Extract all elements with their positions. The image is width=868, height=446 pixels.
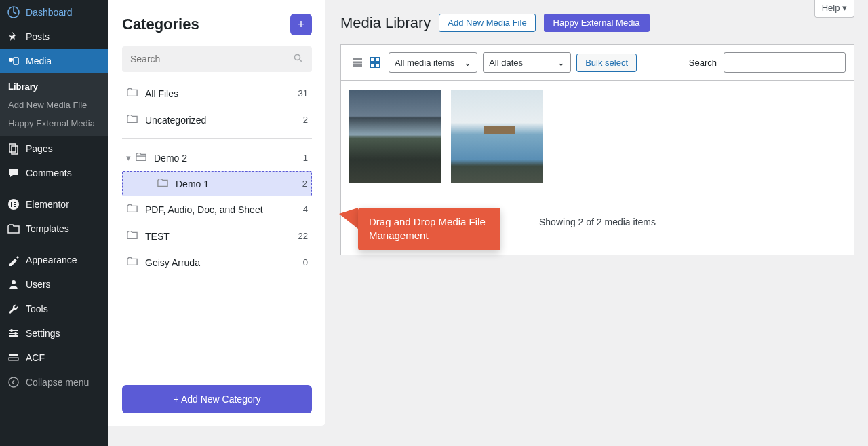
main-header: Media Library Add New Media File Happy E…: [340, 14, 854, 32]
list-view-button[interactable]: [349, 54, 366, 71]
svg-point-14: [10, 329, 13, 332]
svg-rect-4: [12, 146, 18, 154]
menu-label: Appearance: [26, 255, 77, 265]
menu-users[interactable]: Users: [0, 272, 108, 297]
menu-elementor[interactable]: Elementor: [0, 192, 108, 217]
folder-icon: [126, 229, 138, 242]
users-icon: [7, 278, 20, 291]
collapse-icon: [7, 375, 20, 389]
folder-icon: [126, 256, 138, 269]
acf-icon: [7, 351, 20, 365]
svg-rect-25: [376, 58, 380, 62]
category-count: 1: [303, 153, 308, 163]
menu-dashboard[interactable]: Dashboard: [0, 0, 108, 24]
svg-rect-8: [14, 204, 16, 205]
category-label: Demo 1: [176, 179, 296, 189]
date-filter[interactable]: All dates ⌄: [483, 52, 571, 73]
menu-label: Media: [26, 56, 52, 67]
svg-rect-9: [14, 206, 16, 207]
svg-point-20: [294, 54, 300, 60]
filter-label: All media items: [395, 58, 454, 68]
svg-point-1: [9, 58, 13, 62]
category-count: 31: [298, 88, 308, 98]
menu-tools[interactable]: Tools: [0, 297, 108, 321]
folder-open-icon: [135, 151, 147, 164]
menu-collapse[interactable]: Collapse menu: [0, 370, 108, 394]
svg-rect-6: [11, 202, 12, 207]
pin-icon: [7, 30, 20, 43]
category-label: PDF, Audio, Doc, and Sheet: [145, 204, 296, 215]
category-count: 4: [303, 204, 308, 215]
menu-templates[interactable]: Templates: [0, 217, 108, 241]
category-count: 22: [298, 231, 308, 241]
callout-arrow-icon: [339, 208, 358, 229]
menu-acf[interactable]: ACF: [0, 346, 108, 370]
svg-rect-17: [9, 354, 18, 356]
callout-annotation: Drag and Drop Media File Management: [339, 208, 500, 250]
help-button[interactable]: Help ▾: [814, 0, 854, 18]
add-category-icon-button[interactable]: +: [290, 14, 312, 35]
filter-label: All dates: [489, 58, 523, 68]
svg-rect-24: [370, 58, 374, 62]
category-uncategorized[interactable]: Uncategorized 2: [122, 107, 312, 133]
divider: [122, 138, 312, 139]
bulk-select-button[interactable]: Bulk select: [576, 54, 637, 72]
view-toggle: [349, 54, 383, 71]
categories-search-input[interactable]: [130, 54, 293, 64]
category-geisy[interactable]: Geisy Arruda 0: [122, 249, 312, 276]
category-pdf[interactable]: PDF, Audio, Doc, and Sheet 4: [122, 196, 312, 223]
callout-text: Drag and Drop Media File Management: [358, 208, 500, 250]
category-demo2[interactable]: ▾ Demo 2 1: [122, 145, 312, 171]
categories-panel: Categories + All Files 31 Uncategorized …: [108, 0, 326, 426]
admin-sidebar: Dashboard Posts Media Library Add New Me…: [0, 0, 108, 446]
svg-rect-3: [9, 144, 16, 152]
svg-rect-21: [353, 58, 362, 60]
media-search-input[interactable]: [724, 52, 846, 73]
media-submenu: Library Add New Media File Happy Externa…: [0, 73, 108, 136]
category-label: All Files: [145, 88, 292, 99]
folder-icon: [126, 113, 138, 126]
menu-appearance[interactable]: Appearance: [0, 248, 108, 272]
media-toolbar: All media items ⌄ All dates ⌄ Bulk selec…: [340, 44, 854, 80]
chevron-down-icon[interactable]: ▾: [126, 153, 131, 163]
category-demo1-dragging[interactable]: Demo 1 2: [122, 171, 312, 196]
menu-label: Users: [26, 279, 51, 290]
elementor-icon: [7, 198, 20, 211]
happy-external-media-button[interactable]: Happy External Media: [544, 14, 650, 32]
templates-icon: [7, 222, 20, 236]
settings-icon: [7, 327, 20, 340]
media-thumbnail[interactable]: [349, 90, 441, 183]
category-label: Uncategorized: [145, 115, 296, 126]
svg-rect-18: [9, 358, 18, 360]
submenu-add-new[interactable]: Add New Media File: [0, 96, 108, 114]
svg-point-19: [9, 377, 18, 387]
menu-label: Templates: [26, 223, 69, 234]
chevron-down-icon: ⌄: [464, 58, 471, 68]
menu-label: Pages: [26, 143, 53, 154]
svg-point-10: [12, 280, 16, 284]
menu-label: Posts: [26, 31, 50, 42]
grid-view-button[interactable]: [367, 54, 383, 71]
dashboard-icon: [7, 5, 20, 19]
menu-label: Elementor: [26, 199, 69, 210]
menu-posts[interactable]: Posts: [0, 24, 108, 49]
menu-pages[interactable]: Pages: [0, 136, 108, 161]
menu-label: Dashboard: [26, 7, 73, 18]
add-new-category-button[interactable]: + Add New Category: [122, 385, 312, 413]
menu-label: ACF: [26, 352, 45, 363]
category-test[interactable]: TEST 22: [122, 223, 312, 249]
menu-label: Collapse menu: [26, 377, 89, 388]
toolbar-search: Search: [689, 52, 846, 73]
svg-rect-23: [353, 64, 362, 67]
menu-settings[interactable]: Settings: [0, 321, 108, 346]
submenu-library[interactable]: Library: [0, 77, 108, 96]
category-all-files[interactable]: All Files 31: [122, 80, 312, 107]
add-new-media-button[interactable]: Add New Media File: [439, 14, 535, 32]
submenu-happy-external[interactable]: Happy External Media: [0, 114, 108, 132]
media-thumbnail[interactable]: [451, 90, 543, 183]
media-type-filter[interactable]: All media items ⌄: [389, 52, 477, 73]
menu-media[interactable]: Media: [0, 49, 108, 73]
menu-comments[interactable]: Comments: [0, 161, 108, 185]
comments-icon: [7, 166, 20, 180]
categories-search[interactable]: [122, 46, 312, 72]
